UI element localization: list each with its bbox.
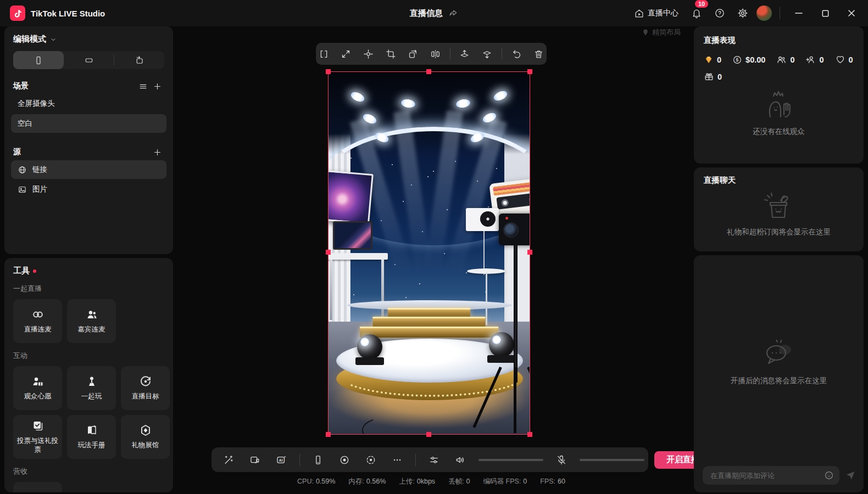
compact-layout-toggle[interactable]: 精简布局 (642, 27, 681, 37)
tool-tile-revenue[interactable] (13, 482, 62, 492)
delete-button[interactable] (531, 46, 547, 62)
select-region-button[interactable] (316, 46, 332, 62)
center-position-button[interactable] (360, 46, 376, 62)
landscape-mode-button[interactable] (64, 51, 114, 69)
live-center-button[interactable]: 直播中心 (630, 4, 683, 23)
tool-tile-playbook[interactable]: 玩法手册 (67, 415, 116, 459)
send-backward-button[interactable] (479, 46, 495, 62)
speaker-volume-slider[interactable] (478, 459, 543, 461)
resize-handle-ne[interactable] (527, 69, 532, 74)
messages-empty-text: 开播后的消息将会显示在这里 (731, 376, 827, 386)
tool-tile-wishlist[interactable]: 观众心愿 (13, 366, 62, 410)
compact-layout-label: 精简布局 (652, 27, 681, 37)
stat-viewers: 0 (776, 54, 794, 65)
mic-muted-icon[interactable] (553, 452, 570, 468)
chevron-down-icon (49, 36, 57, 43)
diamond-icon (704, 55, 714, 65)
resize-handle-e[interactable] (527, 250, 532, 255)
toolbar-divider (415, 454, 416, 466)
resize-handle-sw[interactable] (326, 432, 331, 437)
notifications-button[interactable]: 10 (687, 4, 706, 23)
user-avatar[interactable] (756, 5, 772, 21)
tool-tile-guest-link[interactable]: 嘉宾连麦 (67, 299, 116, 343)
settings-gear-button[interactable] (733, 4, 752, 23)
live-performance-card: 直播表现 0 $ $0.00 0 0 0 (694, 26, 864, 164)
help-button[interactable] (710, 4, 729, 23)
speaker-volume-icon[interactable] (452, 452, 469, 468)
tool-tile-live-goal[interactable]: 直播目标 (121, 366, 170, 410)
stat-memory: 内存:0.56% (348, 477, 386, 486)
landscape-rect-icon (84, 55, 94, 65)
emoji-icon[interactable] (824, 470, 834, 480)
toolbar-divider (450, 48, 450, 59)
record-button[interactable] (336, 452, 353, 468)
stage-preview-image[interactable] (328, 71, 530, 435)
tools-panel: 工具 一起直播 直播连麦 嘉宾连麦 互动 观众心愿 (4, 258, 173, 492)
live-chat-title: 直播聊天 (704, 175, 854, 186)
titlebar-divider (780, 7, 780, 19)
svg-text:AI: AI (279, 458, 283, 462)
rotate-button[interactable] (405, 46, 421, 62)
auto-focus-button[interactable] (363, 452, 379, 468)
new-badge-dot (33, 270, 36, 273)
control-toolbar: AI 开启直播 (212, 447, 648, 472)
add-scene-button[interactable] (150, 79, 164, 93)
close-button[interactable] (841, 4, 863, 23)
flip-horizontal-button[interactable] (427, 46, 443, 62)
resize-handle-s[interactable] (426, 432, 431, 437)
scene-source-panel: 编辑模式 场景 (4, 26, 173, 254)
crop-button[interactable] (383, 46, 399, 62)
stat-cpu: CPU:0.59% (297, 478, 335, 485)
share-icon[interactable] (448, 8, 458, 18)
rotate-mode-button[interactable] (114, 51, 164, 69)
mic-volume-slider[interactable] (580, 459, 644, 461)
tiktok-logo-icon (10, 5, 25, 21)
source-item-link[interactable]: 链接 (11, 160, 166, 179)
bring-forward-button[interactable] (457, 46, 473, 62)
resize-handle-nw[interactable] (326, 69, 331, 74)
scene-item-blank[interactable]: 空白 (11, 114, 166, 133)
page-title: 直播信息 (410, 8, 443, 19)
resize-handle-w[interactable] (326, 250, 331, 255)
tool-tile-polls[interactable]: 投票与送礼投票 (13, 415, 62, 459)
stat-likes: 0 (835, 54, 853, 65)
tool-tile-play-together[interactable]: 一起玩 (67, 366, 116, 410)
undo-button[interactable] (509, 46, 525, 62)
expand-button[interactable] (338, 46, 354, 62)
comment-input[interactable] (709, 471, 824, 480)
effects-wand-button[interactable] (220, 452, 237, 468)
stat-gifts: 0 (704, 71, 722, 82)
phone-mirror-button[interactable] (310, 452, 326, 468)
tools-title: 工具 (13, 266, 30, 276)
portrait-mode-button[interactable] (13, 51, 64, 69)
stat-new-followers: 0 (805, 54, 824, 65)
stat-fps: FPS:60 (540, 478, 565, 485)
more-options-button[interactable] (389, 452, 405, 468)
edit-mode-dropdown[interactable]: 编辑模式 (13, 34, 164, 44)
ai-assistant-button[interactable]: AI (273, 452, 290, 468)
comment-input-box (703, 466, 839, 485)
joystick-icon (85, 375, 98, 388)
scene-item-fullscreen-camera[interactable]: 全屏摄像头 (11, 94, 166, 113)
resize-handle-se[interactable] (527, 432, 532, 437)
group-label-interact: 互动 (13, 351, 164, 361)
scene-label: 空白 (18, 119, 32, 128)
source-item-image[interactable]: 图片 (11, 180, 166, 199)
video-music-button[interactable] (247, 452, 263, 468)
tool-tile-gift-gallery[interactable]: 礼物展馆 (121, 415, 170, 459)
scene-list-icon[interactable] (136, 79, 150, 93)
stat-dropped-frames: 丢帧:0 (448, 477, 470, 486)
send-comment-icon[interactable] (845, 470, 856, 481)
handbook-icon (85, 424, 98, 437)
poll-check-icon (31, 419, 44, 433)
sources-title: 源 (13, 147, 21, 157)
live-center-label: 直播中心 (648, 8, 678, 18)
minimize-button[interactable] (788, 4, 810, 23)
group-label-colive: 一起直播 (13, 284, 164, 294)
add-source-button[interactable] (150, 145, 164, 159)
tool-tile-host-link[interactable]: 直播连麦 (13, 299, 62, 343)
audio-mixer-button[interactable] (426, 452, 442, 468)
source-label: 链接 (32, 165, 47, 175)
resize-handle-n[interactable] (426, 69, 431, 74)
maximize-button[interactable] (814, 4, 836, 23)
